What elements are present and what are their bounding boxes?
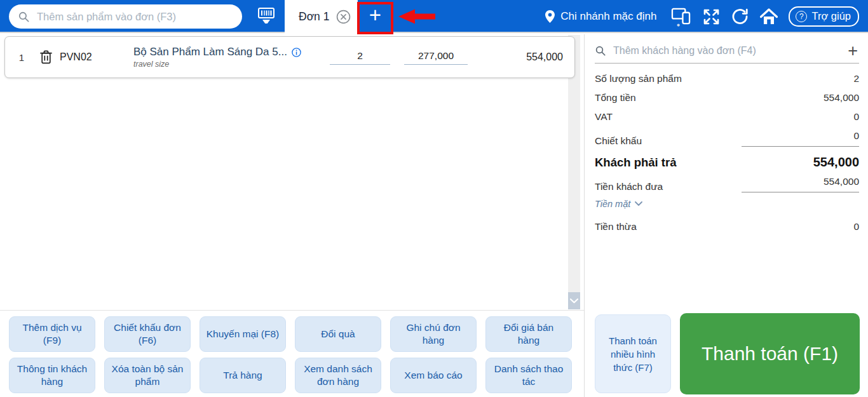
quantity-label: Số lượng sản phẩm (595, 73, 682, 84)
add-service-button[interactable]: Thêm dịch vụ (F9) (9, 316, 95, 352)
tab-order-1[interactable]: Đơn 1 (285, 0, 358, 33)
item-name: Bộ Sản Phẩm Làm Sáng Da 5... (133, 46, 287, 58)
search-icon (18, 11, 30, 23)
operation-list-button[interactable]: Danh sách thao tác (485, 358, 572, 393)
summary-row-tendered: Tiền khách đưa 554,000 (595, 172, 859, 196)
annotation-arrow-left-icon (398, 8, 436, 25)
payment-method-dropdown[interactable]: Tiền mặt (595, 199, 859, 209)
multi-payment-button[interactable]: Thanh toán nhiều hình thức (F7) (595, 314, 671, 393)
customer-search-input[interactable] (613, 45, 846, 57)
order-note-button[interactable]: Ghi chú đơn hàng (390, 316, 477, 352)
item-line-total: 554,000 (484, 51, 574, 63)
new-order-button[interactable]: + (358, 0, 393, 33)
customer-search[interactable]: + (595, 44, 859, 64)
delete-item-button[interactable] (32, 50, 60, 64)
due-label: Khách phải trả (595, 156, 677, 170)
tendered-label: Tiền khách đưa (595, 181, 663, 192)
customer-info-button[interactable]: Thông tin khách hàng (9, 358, 95, 393)
return-goods-button[interactable]: Trả hàng (200, 358, 286, 393)
trash-icon (40, 50, 52, 64)
change-value: 0 (853, 221, 859, 232)
location-pin-icon (545, 10, 555, 23)
top-bar: Đơn 1 + Chi nhánh mặc định (0, 0, 868, 33)
barcode-scanner-icon[interactable] (254, 6, 279, 27)
chevron-down-icon (635, 201, 642, 206)
clear-all-items-button[interactable]: Xóa toàn bộ sản phẩm (104, 358, 191, 393)
info-icon[interactable] (292, 48, 301, 57)
vat-label: VAT (595, 111, 613, 123)
branch-label: Chi nhánh mặc định (560, 10, 656, 23)
order-tab-label: Đơn 1 (299, 10, 329, 24)
promotion-button[interactable]: Khuyến mại (F8) (200, 316, 286, 352)
summary-row-discount: Chiết khấu 0 (595, 126, 859, 151)
view-order-list-button[interactable]: Xem danh sách đơn hàng (295, 358, 381, 393)
item-index: 1 (11, 52, 32, 63)
pos-screen: Đơn 1 + Chi nhánh mặc định (0, 0, 868, 397)
product-search-input[interactable] (37, 11, 233, 23)
item-variant: travel size (133, 60, 330, 69)
view-report-button[interactable]: Xem báo cáo (390, 358, 477, 393)
close-tab-icon[interactable] (336, 10, 351, 24)
payment-method-label: Tiền mặt (595, 199, 630, 209)
summary-row-change: Tiền thừa 0 (595, 217, 859, 236)
quantity-value: 2 (853, 73, 859, 84)
help-label: Trợ giúp (811, 10, 851, 22)
item-name-block: Bộ Sản Phẩm Làm Sáng Da 5... travel size (116, 46, 330, 69)
product-search[interactable] (9, 4, 242, 29)
checkout-panel: + Số lượng sản phẩm 2 Tổng tiền 554,000 … (584, 34, 868, 397)
discount-value-input[interactable]: 0 (742, 130, 859, 147)
tendered-value-input[interactable]: 554,000 (742, 176, 859, 192)
search-icon (595, 45, 606, 57)
scroll-down-button[interactable] (568, 292, 580, 309)
help-question-icon: ? (796, 11, 807, 22)
summary-row-vat: VAT 0 (595, 107, 859, 126)
devices-icon[interactable] (671, 7, 692, 27)
change-label: Tiền thừa (595, 221, 637, 232)
order-summary: Số lượng sản phẩm 2 Tổng tiền 554,000 VA… (595, 69, 859, 236)
discount-label: Chiết khấu (595, 135, 642, 147)
vat-value: 0 (853, 111, 859, 123)
due-value: 554,000 (813, 155, 859, 170)
summary-row-quantity: Số lượng sản phẩm 2 (595, 69, 859, 88)
summary-row-subtotal: Tổng tiền 554,000 (595, 88, 859, 107)
subtotal-value: 554,000 (824, 92, 859, 104)
help-button[interactable]: ? Trợ giúp (789, 6, 859, 27)
summary-row-due: Khách phải trả 554,000 (595, 151, 859, 172)
pay-button[interactable]: Thanh toán (F1) (680, 313, 860, 394)
item-code: PVN02 (60, 51, 116, 63)
sync-icon[interactable] (731, 8, 749, 25)
fullscreen-icon[interactable] (703, 8, 720, 25)
home-icon[interactable] (760, 8, 778, 25)
order-items-area: 1 PVN02 Bộ Sản Phẩm Làm Sáng Da 5... (0, 34, 584, 310)
item-price-input[interactable] (404, 50, 468, 65)
action-button-panel: Thêm dịch vụ (F9) Chiết khấu đơn (F6) Kh… (0, 310, 584, 397)
add-customer-button[interactable]: + (846, 44, 859, 57)
subtotal-label: Tổng tiền (595, 92, 636, 104)
order-discount-button[interactable]: Chiết khấu đơn (F6) (104, 316, 191, 352)
order-item-row: 1 PVN02 Bộ Sản Phẩm Làm Sáng Da 5... (4, 36, 575, 78)
change-price-button[interactable]: Đổi giá bán hàng (485, 316, 572, 352)
branch-selector[interactable]: Chi nhánh mặc định (545, 10, 656, 23)
header-right-group: Chi nhánh mặc định (545, 0, 859, 33)
gift-exchange-button[interactable]: Đổi quà (295, 316, 381, 352)
item-quantity-input[interactable] (330, 50, 390, 65)
